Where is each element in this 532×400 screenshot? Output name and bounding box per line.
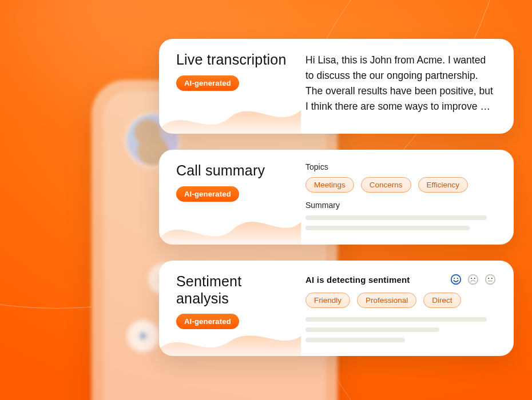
sentiment-card: Sentiment analysis AI-generated AI is de… bbox=[159, 261, 514, 356]
wave-icon bbox=[159, 205, 301, 252]
svg-point-10 bbox=[454, 278, 455, 279]
ai-generated-badge: AI-generated bbox=[176, 186, 239, 202]
svg-point-15 bbox=[486, 275, 495, 285]
topic-chip[interactable]: Efficiency bbox=[418, 177, 469, 193]
sentiment-chip[interactable]: Direct bbox=[423, 293, 460, 308]
skeleton-line bbox=[305, 226, 470, 230]
card-header: Call summary AI-generated bbox=[176, 162, 295, 231]
sentiment-faces bbox=[450, 273, 497, 286]
svg-point-11 bbox=[457, 278, 458, 279]
topic-chip[interactable]: Concerns bbox=[361, 177, 411, 193]
ai-generated-badge: AI-generated bbox=[176, 75, 239, 91]
wave-decoration bbox=[159, 205, 301, 245]
add-row: + bbox=[127, 320, 159, 352]
card-title: Call summary bbox=[176, 162, 295, 179]
sentiment-chip[interactable]: Friendly bbox=[305, 293, 350, 308]
svg-point-17 bbox=[491, 278, 493, 279]
card-title: Sentiment analysis bbox=[176, 273, 295, 307]
wave-decoration bbox=[159, 94, 301, 134]
skeleton-line bbox=[305, 215, 487, 220]
happy-face-icon[interactable] bbox=[450, 273, 462, 286]
call-summary-card: Call summary AI-generated Topics Meeting… bbox=[159, 150, 514, 245]
svg-point-9 bbox=[451, 275, 461, 285]
sentiment-status: AI is detecting sentiment bbox=[305, 275, 410, 285]
svg-point-13 bbox=[471, 278, 472, 279]
neutral-face-icon[interactable] bbox=[484, 273, 497, 286]
topics-chips: Meetings Concerns Efficiency bbox=[305, 177, 497, 193]
topics-label: Topics bbox=[305, 162, 497, 171]
summary-skeleton bbox=[305, 215, 497, 230]
sad-face-icon[interactable] bbox=[467, 273, 479, 286]
canvas: + Live transcription AI-generated Hi Lis… bbox=[0, 0, 532, 400]
plus-icon: + bbox=[138, 327, 148, 345]
ai-generated-badge: AI-generated bbox=[176, 314, 239, 329]
card-body: Topics Meetings Concerns Efficiency Summ… bbox=[305, 162, 497, 231]
skeleton-line bbox=[305, 338, 405, 342]
summary-label: Summary bbox=[305, 201, 497, 210]
topic-chip[interactable]: Meetings bbox=[305, 177, 354, 193]
skeleton-line bbox=[305, 327, 439, 332]
cards-stack: Live transcription AI-generated Hi Lisa,… bbox=[159, 39, 514, 356]
sentiment-chips: Friendly Professional Direct bbox=[305, 293, 497, 308]
card-title: Live transcription bbox=[176, 51, 295, 69]
transcription-text: Hi Lisa, this is John from Acme. I wante… bbox=[305, 51, 497, 115]
card-body: AI is detecting sentiment F bbox=[305, 273, 497, 342]
card-body: Hi Lisa, this is John from Acme. I wante… bbox=[305, 51, 497, 120]
sentiment-skeleton bbox=[305, 317, 497, 342]
sentiment-chip[interactable]: Professional bbox=[357, 293, 416, 308]
wave-icon bbox=[159, 94, 301, 141]
svg-point-12 bbox=[469, 275, 478, 285]
live-transcription-card: Live transcription AI-generated Hi Lisa,… bbox=[159, 39, 514, 134]
svg-point-14 bbox=[474, 278, 475, 279]
add-call-button[interactable]: + bbox=[127, 320, 159, 352]
sentiment-header-row: AI is detecting sentiment bbox=[305, 273, 497, 286]
card-header: Live transcription AI-generated bbox=[176, 51, 295, 120]
skeleton-line bbox=[305, 317, 487, 322]
card-header: Sentiment analysis AI-generated bbox=[176, 273, 295, 342]
svg-point-16 bbox=[488, 278, 489, 279]
